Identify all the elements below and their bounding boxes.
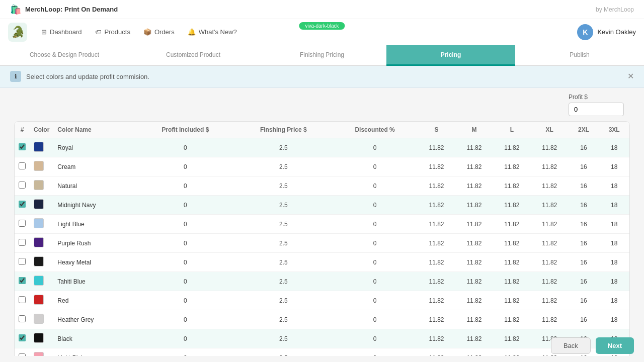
discounted-7: 0	[332, 272, 418, 291]
finishing-6: 2.5	[234, 253, 332, 272]
color-name-8: Red	[53, 291, 136, 310]
col-m: M	[455, 122, 493, 138]
size-s-7: 11.82	[418, 272, 455, 291]
color-name-3: Midnight Navy	[53, 196, 136, 215]
size-l-7: 11.82	[493, 272, 531, 291]
row-checkbox-3[interactable]	[19, 201, 26, 208]
profit-8: 0	[136, 291, 234, 310]
nav-item-dashboard[interactable]: ⊞ Dashboard	[35, 25, 88, 39]
size-l-4: 11.82	[493, 215, 531, 234]
finishing-10: 2.5	[234, 329, 332, 348]
size-m-3: 11.82	[455, 196, 493, 215]
size-3xl-3: 18	[599, 196, 629, 215]
color-swatch-9	[34, 314, 44, 324]
size-m-0: 11.82	[455, 138, 493, 157]
size-3xl-2: 18	[599, 176, 629, 196]
size-s-0: 11.82	[418, 138, 455, 157]
profit-1: 0	[136, 157, 234, 176]
color-swatch-8	[34, 295, 44, 305]
row-checkbox-7[interactable]	[19, 277, 26, 284]
size-xl-5: 11.82	[531, 234, 569, 253]
size-m-7: 11.82	[455, 272, 493, 291]
profit-input[interactable]	[569, 103, 624, 116]
row-checkbox-1[interactable]	[19, 162, 26, 169]
row-checkbox-4[interactable]	[19, 220, 26, 227]
col-hash: #	[15, 122, 30, 138]
size-s-11: 11.82	[418, 348, 455, 356]
size-m-1: 11.82	[455, 157, 493, 176]
color-name-11: Light Pink	[53, 348, 136, 356]
size-xl-2: 11.82	[531, 176, 569, 196]
nav-item-whats-new[interactable]: 🔔 What's New?	[182, 25, 243, 39]
row-checkbox-6[interactable]	[19, 258, 26, 265]
next-button[interactable]: Next	[596, 337, 634, 354]
color-swatch-10	[34, 333, 44, 343]
nav-item-products[interactable]: 🏷 Products	[89, 25, 136, 39]
row-checkbox-10[interactable]	[19, 334, 26, 341]
color-name-4: Light Blue	[53, 215, 136, 234]
col-discounted: Discounted %	[332, 122, 418, 138]
col-color: Color	[30, 122, 53, 138]
nav-items: ⊞ Dashboard 🏷 Products 📦 Orders 🔔 What's…	[35, 25, 243, 39]
size-2xl-0: 16	[569, 138, 599, 157]
size-s-4: 11.82	[418, 215, 455, 234]
steps-bar: Choose & Design Product Customized Produ…	[0, 45, 644, 66]
products-icon: 🏷	[95, 28, 102, 36]
color-name-9: Heather Grey	[53, 310, 136, 329]
col-s: S	[418, 122, 455, 138]
row-checkbox-8[interactable]	[19, 296, 26, 303]
color-swatch-5	[34, 237, 44, 247]
row-checkbox-0[interactable]	[19, 143, 26, 150]
finishing-1: 2.5	[234, 157, 332, 176]
color-name-7: Tahiti Blue	[53, 272, 136, 291]
size-2xl-6: 16	[569, 253, 599, 272]
size-2xl-8: 16	[569, 291, 599, 310]
back-button[interactable]: Back	[551, 337, 591, 354]
step-choose-design[interactable]: Choose & Design Product	[0, 45, 129, 66]
top-bar: 🛍️ MerchLoop: Print On Demand by MerchLo…	[0, 0, 644, 19]
size-l-9: 11.82	[493, 310, 531, 329]
table-row: Cream 0 2.5 0 11.82 11.82 11.82 11.82 16…	[15, 157, 629, 176]
finishing-2: 2.5	[234, 176, 332, 196]
step-finishing-pricing[interactable]: Finishing Pricing	[258, 45, 386, 66]
size-m-5: 11.82	[455, 234, 493, 253]
size-xl-8: 11.82	[531, 291, 569, 310]
color-name-0: Royal	[53, 138, 136, 157]
close-info-button[interactable]: ✕	[627, 72, 634, 80]
col-3xl: 3XL	[599, 122, 629, 138]
discounted-0: 0	[332, 138, 418, 157]
discounted-3: 0	[332, 196, 418, 215]
row-checkbox-9[interactable]	[19, 315, 26, 322]
row-checkbox-5[interactable]	[19, 239, 26, 246]
profit-3: 0	[136, 196, 234, 215]
nav-item-orders[interactable]: 📦 Orders	[137, 25, 181, 39]
row-checkbox-11[interactable]	[19, 353, 26, 356]
color-name-1: Cream	[53, 157, 136, 176]
size-l-10: 11.82	[493, 329, 531, 348]
col-l: L	[493, 122, 531, 138]
size-m-8: 11.82	[455, 291, 493, 310]
size-l-3: 11.82	[493, 196, 531, 215]
size-2xl-5: 16	[569, 234, 599, 253]
size-3xl-9: 18	[599, 310, 629, 329]
row-checkbox-2[interactable]	[19, 182, 26, 189]
bottom-bar: Back Next	[551, 337, 634, 354]
size-3xl-0: 18	[599, 138, 629, 157]
step-publish[interactable]: Publish	[515, 45, 644, 66]
step-pricing[interactable]: Pricing	[386, 45, 515, 66]
size-l-8: 11.82	[493, 291, 531, 310]
table-wrap: # Color Color Name Profit Included $ Fin…	[14, 121, 630, 356]
size-3xl-6: 18	[599, 253, 629, 272]
size-m-9: 11.82	[455, 310, 493, 329]
table-row: Heather Grey 0 2.5 0 11.82 11.82 11.82 1…	[15, 310, 629, 329]
size-l-5: 11.82	[493, 234, 531, 253]
viva-badge: viva-dark-black	[299, 22, 345, 30]
step-customized[interactable]: Customized Product	[129, 45, 258, 66]
discounted-6: 0	[332, 253, 418, 272]
by-label: by MerchLoop	[596, 6, 634, 13]
size-xl-7: 11.82	[531, 272, 569, 291]
size-s-5: 11.82	[418, 234, 455, 253]
finishing-8: 2.5	[234, 291, 332, 310]
col-finishing-price: Finshing Price $	[234, 122, 332, 138]
color-swatch-2	[34, 180, 44, 190]
